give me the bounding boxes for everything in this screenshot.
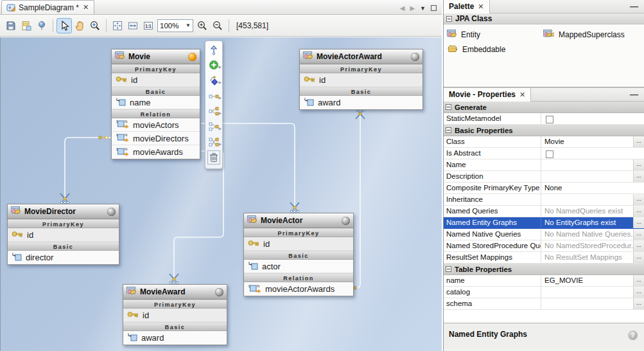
zoom-in-button[interactable] (195, 18, 210, 33)
attribute-director[interactable]: director (8, 251, 119, 264)
property-row-named-native-queries[interactable]: Named Native QueriesNo Named Native Quer… (444, 229, 644, 240)
ellipsis-button[interactable]: ... (633, 206, 644, 217)
property-row-staticmetamodel[interactable]: StaticMetamodel (444, 113, 644, 125)
ellipsis-button[interactable]: ... (633, 194, 644, 205)
ellipsis-button[interactable]: ... (633, 240, 644, 251)
property-value[interactable] (541, 148, 644, 159)
attribute-movieAwards[interactable]: 1NmovieAwards (112, 145, 200, 159)
property-row-inheritance[interactable]: Inheritance... (444, 194, 644, 206)
property-value[interactable]: No NamedStoredProcedur... (541, 240, 633, 251)
property-row-named-entity-graphs[interactable]: Named Entity GraphsNo EntityGraphs exist… (444, 217, 644, 229)
entity-header[interactable]: Movie (112, 50, 200, 64)
attribute-id[interactable]: id (244, 237, 353, 251)
collapse-icon[interactable] (446, 127, 451, 133)
entity-header[interactable]: MovieActorAward (300, 50, 422, 64)
palette-item-entity[interactable]: Entity (444, 27, 540, 42)
property-row-catalog[interactable]: catalog... (444, 287, 644, 298)
property-value[interactable]: No EntityGraphs exist (541, 217, 633, 228)
ellipsis-button[interactable]: ... (633, 229, 644, 240)
property-value[interactable]: Movie (541, 136, 633, 147)
many-to-one-button[interactable]: ▶ (205, 120, 222, 136)
ellipsis-button[interactable]: ... (633, 171, 644, 182)
actual-size-button[interactable]: 1:1 (141, 18, 156, 33)
connector-movieactor-movieactoraward[interactable] (354, 114, 360, 288)
property-value[interactable] (541, 171, 633, 182)
diagram-canvas[interactable]: MoviePrimaryKeyidBasicnameRelation1Nmovi… (0, 37, 442, 351)
entity-header[interactable]: MovieActor (244, 213, 353, 228)
ellipsis-button[interactable]: ... (633, 159, 644, 170)
many-to-many-button[interactable]: ▶ (205, 136, 222, 151)
maximize-icon[interactable] (431, 5, 437, 11)
property-row-named-queries[interactable]: Named QueriesNo NamedQueries exist... (444, 206, 644, 217)
attribute-id[interactable]: id (112, 73, 200, 87)
property-value[interactable] (541, 298, 633, 309)
entity-moviedirector[interactable]: MovieDirectorPrimaryKeyidBasicdirector (7, 204, 119, 265)
property-value[interactable] (541, 287, 633, 298)
attribute-id[interactable]: id (123, 309, 227, 322)
entity-header[interactable]: MovieDirector (8, 204, 119, 219)
one-to-many-button[interactable]: ▶ (205, 105, 222, 120)
properties-section-table-properties[interactable]: Table Properties (444, 264, 644, 275)
close-icon[interactable]: ✕ (519, 91, 525, 99)
link-button[interactable]: ▶ (205, 74, 222, 89)
property-row-resultset-mappings[interactable]: ResultSet MappingsNo ResultSet Mappings.… (444, 252, 644, 264)
entity-movieactor[interactable]: MovieActorPrimaryKeyidBasicactorRelation… (243, 213, 354, 296)
property-value[interactable] (541, 159, 633, 170)
hints-button[interactable] (34, 18, 49, 33)
collapse-icon[interactable] (446, 266, 451, 272)
export-image-button[interactable] (19, 18, 34, 33)
attribute-award[interactable]: award (300, 96, 422, 109)
add-attribute-button[interactable]: ▶ (205, 59, 222, 74)
collapse-icon[interactable] (446, 104, 451, 110)
property-row-named-storedprocedure-querie[interactable]: Named StoredProcedure QuerieNo NamedStor… (444, 240, 644, 252)
property-value[interactable]: None (541, 183, 644, 194)
prev-tab-icon[interactable]: ◀ (400, 4, 405, 12)
properties-section-generate[interactable]: Generate (444, 102, 644, 113)
property-value[interactable] (541, 113, 644, 124)
zoom-out-button[interactable] (210, 18, 225, 33)
next-tab-icon[interactable]: ▶ (410, 4, 415, 12)
palette-item-mappedsuperclass[interactable]: MappedSuperclass (540, 27, 636, 42)
close-icon[interactable]: ✕ (82, 3, 89, 12)
entity-movieaward[interactable]: MovieAwardPrimaryKeyidBasicaward (123, 284, 227, 345)
property-value[interactable] (541, 194, 633, 205)
palette-item-embeddable[interactable]: Embeddable (444, 42, 540, 57)
attribute-award[interactable]: award (123, 331, 227, 345)
checkbox[interactable] (546, 150, 553, 158)
attribute-movieDirectors[interactable]: 1NmovieDirectors (112, 132, 200, 145)
checkbox[interactable] (546, 116, 553, 123)
attribute-actor[interactable]: actor (244, 260, 353, 273)
property-value[interactable]: No ResultSet Mappings (541, 252, 633, 263)
ellipsis-button[interactable]: ... (633, 136, 644, 147)
attribute-name[interactable]: name (112, 96, 200, 109)
save-button[interactable] (3, 18, 19, 33)
property-row-schema[interactable]: schema... (444, 298, 644, 310)
pin-button[interactable] (205, 43, 222, 59)
fit-width-button[interactable] (125, 18, 141, 33)
palette-group-jpa-class[interactable]: JPA Class (444, 14, 644, 24)
ellipsis-button[interactable]: ... (633, 287, 644, 298)
minimize-icon[interactable]: — (630, 91, 644, 98)
entity-header[interactable]: MovieAward (123, 285, 227, 300)
tab-list-icon[interactable]: ▼ (420, 5, 426, 12)
tab-movie-properties[interactable]: Movie - Properties ✕ (444, 88, 531, 102)
property-row-name[interactable]: nameEG_MOVIE... (444, 275, 644, 287)
attribute-movieActorAwards[interactable]: 1NmovieActorAwards (244, 282, 353, 296)
property-value[interactable]: No Named Native Queries... (541, 229, 633, 240)
property-row-name[interactable]: Name... (444, 159, 644, 171)
property-value[interactable]: No NamedQueries exist (541, 206, 633, 217)
collapse-icon[interactable] (446, 16, 452, 22)
pan-tool-button[interactable] (72, 18, 87, 33)
ellipsis-button[interactable]: ... (633, 217, 644, 228)
connector-movie-movieaward[interactable] (174, 151, 223, 279)
minimize-icon[interactable]: — (630, 3, 644, 10)
attribute-movieActors[interactable]: 1NmovieActors (112, 118, 200, 132)
close-icon[interactable]: ✕ (478, 3, 483, 11)
property-row-composite-primarykey-type[interactable]: Composite PrimaryKey TypeNone (444, 183, 644, 194)
help-icon[interactable]: ? (628, 330, 638, 340)
fit-diagram-button[interactable] (110, 18, 125, 33)
connector-movie-moviedirector[interactable] (65, 138, 111, 199)
attribute-id[interactable]: id (300, 73, 422, 87)
interactive-zoom-button[interactable] (87, 18, 103, 33)
attribute-id[interactable]: id (8, 228, 119, 242)
